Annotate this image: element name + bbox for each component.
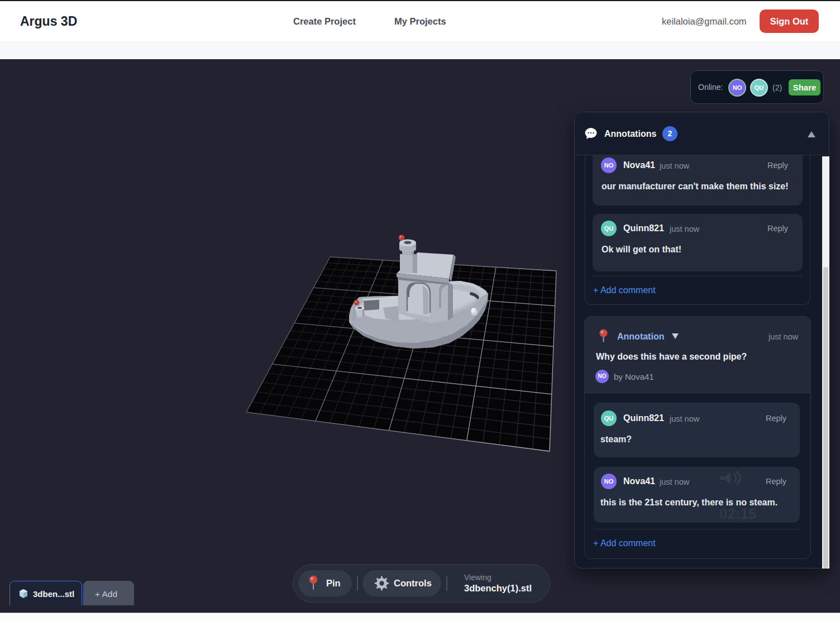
svg-text:02:15: 02:15 (719, 505, 757, 522)
